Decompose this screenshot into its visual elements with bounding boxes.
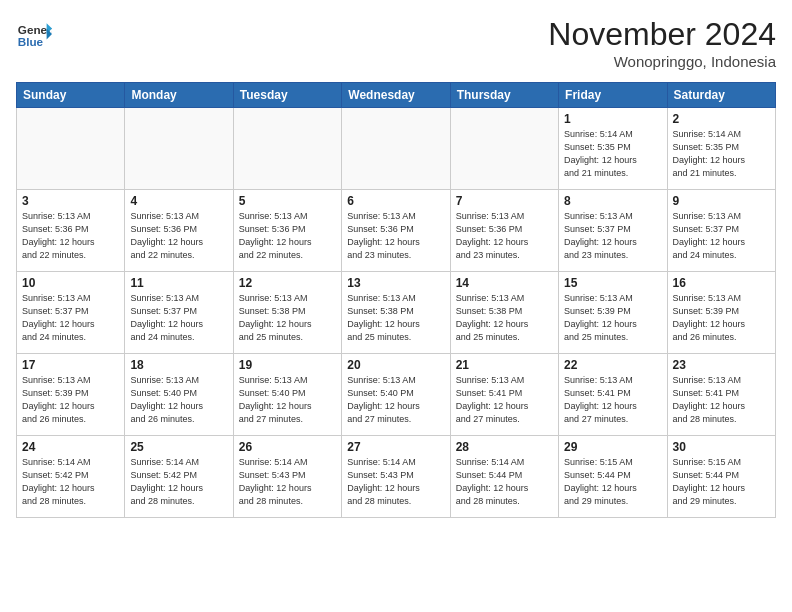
calendar-day-cell: 13Sunrise: 5:13 AM Sunset: 5:38 PM Dayli… (342, 272, 450, 354)
calendar-day-cell: 5Sunrise: 5:13 AM Sunset: 5:36 PM Daylig… (233, 190, 341, 272)
day-number: 3 (22, 194, 119, 208)
day-of-week-header: Tuesday (233, 83, 341, 108)
calendar-header-row: SundayMondayTuesdayWednesdayThursdayFrid… (17, 83, 776, 108)
day-info: Sunrise: 5:14 AM Sunset: 5:35 PM Dayligh… (564, 128, 661, 180)
day-info: Sunrise: 5:13 AM Sunset: 5:41 PM Dayligh… (564, 374, 661, 426)
day-info: Sunrise: 5:13 AM Sunset: 5:37 PM Dayligh… (673, 210, 770, 262)
day-of-week-header: Friday (559, 83, 667, 108)
day-number: 12 (239, 276, 336, 290)
calendar-day-cell: 18Sunrise: 5:13 AM Sunset: 5:40 PM Dayli… (125, 354, 233, 436)
day-of-week-header: Monday (125, 83, 233, 108)
day-of-week-header: Wednesday (342, 83, 450, 108)
calendar-day-cell: 24Sunrise: 5:14 AM Sunset: 5:42 PM Dayli… (17, 436, 125, 518)
day-info: Sunrise: 5:13 AM Sunset: 5:37 PM Dayligh… (22, 292, 119, 344)
calendar-day-cell: 25Sunrise: 5:14 AM Sunset: 5:42 PM Dayli… (125, 436, 233, 518)
calendar-day-cell: 20Sunrise: 5:13 AM Sunset: 5:40 PM Dayli… (342, 354, 450, 436)
calendar-day-cell: 10Sunrise: 5:13 AM Sunset: 5:37 PM Dayli… (17, 272, 125, 354)
day-number: 15 (564, 276, 661, 290)
calendar-day-cell: 27Sunrise: 5:14 AM Sunset: 5:43 PM Dayli… (342, 436, 450, 518)
calendar-day-cell: 9Sunrise: 5:13 AM Sunset: 5:37 PM Daylig… (667, 190, 775, 272)
calendar-day-cell (342, 108, 450, 190)
day-info: Sunrise: 5:13 AM Sunset: 5:36 PM Dayligh… (347, 210, 444, 262)
day-number: 29 (564, 440, 661, 454)
day-number: 23 (673, 358, 770, 372)
day-number: 1 (564, 112, 661, 126)
day-number: 22 (564, 358, 661, 372)
calendar-week-row: 24Sunrise: 5:14 AM Sunset: 5:42 PM Dayli… (17, 436, 776, 518)
calendar-day-cell: 4Sunrise: 5:13 AM Sunset: 5:36 PM Daylig… (125, 190, 233, 272)
title-block: November 2024 Wonopringgo, Indonesia (548, 16, 776, 70)
day-number: 30 (673, 440, 770, 454)
day-info: Sunrise: 5:13 AM Sunset: 5:36 PM Dayligh… (22, 210, 119, 262)
day-info: Sunrise: 5:13 AM Sunset: 5:37 PM Dayligh… (130, 292, 227, 344)
day-number: 17 (22, 358, 119, 372)
day-number: 13 (347, 276, 444, 290)
day-info: Sunrise: 5:13 AM Sunset: 5:36 PM Dayligh… (456, 210, 553, 262)
day-number: 9 (673, 194, 770, 208)
day-number: 11 (130, 276, 227, 290)
day-info: Sunrise: 5:15 AM Sunset: 5:44 PM Dayligh… (564, 456, 661, 508)
calendar-day-cell: 15Sunrise: 5:13 AM Sunset: 5:39 PM Dayli… (559, 272, 667, 354)
calendar-day-cell: 7Sunrise: 5:13 AM Sunset: 5:36 PM Daylig… (450, 190, 558, 272)
calendar-day-cell: 8Sunrise: 5:13 AM Sunset: 5:37 PM Daylig… (559, 190, 667, 272)
day-number: 25 (130, 440, 227, 454)
calendar-day-cell: 22Sunrise: 5:13 AM Sunset: 5:41 PM Dayli… (559, 354, 667, 436)
day-number: 14 (456, 276, 553, 290)
day-of-week-header: Saturday (667, 83, 775, 108)
day-info: Sunrise: 5:13 AM Sunset: 5:38 PM Dayligh… (456, 292, 553, 344)
day-number: 5 (239, 194, 336, 208)
calendar-day-cell: 19Sunrise: 5:13 AM Sunset: 5:40 PM Dayli… (233, 354, 341, 436)
day-info: Sunrise: 5:13 AM Sunset: 5:39 PM Dayligh… (22, 374, 119, 426)
day-info: Sunrise: 5:14 AM Sunset: 5:42 PM Dayligh… (22, 456, 119, 508)
day-number: 24 (22, 440, 119, 454)
day-info: Sunrise: 5:14 AM Sunset: 5:35 PM Dayligh… (673, 128, 770, 180)
day-number: 16 (673, 276, 770, 290)
page-header: General Blue November 2024 Wonopringgo, … (16, 16, 776, 70)
calendar-day-cell (125, 108, 233, 190)
day-number: 4 (130, 194, 227, 208)
day-info: Sunrise: 5:13 AM Sunset: 5:39 PM Dayligh… (564, 292, 661, 344)
calendar-table: SundayMondayTuesdayWednesdayThursdayFrid… (16, 82, 776, 518)
location-title: Wonopringgo, Indonesia (548, 53, 776, 70)
day-info: Sunrise: 5:13 AM Sunset: 5:37 PM Dayligh… (564, 210, 661, 262)
calendar-day-cell: 6Sunrise: 5:13 AM Sunset: 5:36 PM Daylig… (342, 190, 450, 272)
day-info: Sunrise: 5:13 AM Sunset: 5:40 PM Dayligh… (347, 374, 444, 426)
calendar-day-cell: 28Sunrise: 5:14 AM Sunset: 5:44 PM Dayli… (450, 436, 558, 518)
month-title: November 2024 (548, 16, 776, 53)
calendar-day-cell: 21Sunrise: 5:13 AM Sunset: 5:41 PM Dayli… (450, 354, 558, 436)
day-number: 28 (456, 440, 553, 454)
day-info: Sunrise: 5:13 AM Sunset: 5:36 PM Dayligh… (239, 210, 336, 262)
calendar-week-row: 17Sunrise: 5:13 AM Sunset: 5:39 PM Dayli… (17, 354, 776, 436)
day-of-week-header: Sunday (17, 83, 125, 108)
calendar-day-cell: 1Sunrise: 5:14 AM Sunset: 5:35 PM Daylig… (559, 108, 667, 190)
day-info: Sunrise: 5:14 AM Sunset: 5:43 PM Dayligh… (239, 456, 336, 508)
day-number: 26 (239, 440, 336, 454)
calendar-day-cell: 17Sunrise: 5:13 AM Sunset: 5:39 PM Dayli… (17, 354, 125, 436)
calendar-day-cell: 12Sunrise: 5:13 AM Sunset: 5:38 PM Dayli… (233, 272, 341, 354)
calendar-day-cell: 29Sunrise: 5:15 AM Sunset: 5:44 PM Dayli… (559, 436, 667, 518)
calendar-day-cell: 2Sunrise: 5:14 AM Sunset: 5:35 PM Daylig… (667, 108, 775, 190)
calendar-day-cell: 3Sunrise: 5:13 AM Sunset: 5:36 PM Daylig… (17, 190, 125, 272)
day-info: Sunrise: 5:13 AM Sunset: 5:40 PM Dayligh… (239, 374, 336, 426)
day-info: Sunrise: 5:13 AM Sunset: 5:40 PM Dayligh… (130, 374, 227, 426)
calendar-day-cell: 16Sunrise: 5:13 AM Sunset: 5:39 PM Dayli… (667, 272, 775, 354)
day-number: 27 (347, 440, 444, 454)
calendar-day-cell: 26Sunrise: 5:14 AM Sunset: 5:43 PM Dayli… (233, 436, 341, 518)
calendar-day-cell (17, 108, 125, 190)
day-info: Sunrise: 5:13 AM Sunset: 5:38 PM Dayligh… (347, 292, 444, 344)
day-number: 10 (22, 276, 119, 290)
calendar-day-cell (233, 108, 341, 190)
day-number: 19 (239, 358, 336, 372)
day-info: Sunrise: 5:13 AM Sunset: 5:41 PM Dayligh… (456, 374, 553, 426)
day-info: Sunrise: 5:13 AM Sunset: 5:39 PM Dayligh… (673, 292, 770, 344)
day-info: Sunrise: 5:13 AM Sunset: 5:41 PM Dayligh… (673, 374, 770, 426)
day-info: Sunrise: 5:13 AM Sunset: 5:36 PM Dayligh… (130, 210, 227, 262)
calendar-day-cell: 30Sunrise: 5:15 AM Sunset: 5:44 PM Dayli… (667, 436, 775, 518)
calendar-week-row: 10Sunrise: 5:13 AM Sunset: 5:37 PM Dayli… (17, 272, 776, 354)
day-number: 2 (673, 112, 770, 126)
day-info: Sunrise: 5:14 AM Sunset: 5:44 PM Dayligh… (456, 456, 553, 508)
logo-icon: General Blue (16, 16, 52, 52)
calendar-week-row: 1Sunrise: 5:14 AM Sunset: 5:35 PM Daylig… (17, 108, 776, 190)
day-info: Sunrise: 5:14 AM Sunset: 5:43 PM Dayligh… (347, 456, 444, 508)
calendar-day-cell (450, 108, 558, 190)
